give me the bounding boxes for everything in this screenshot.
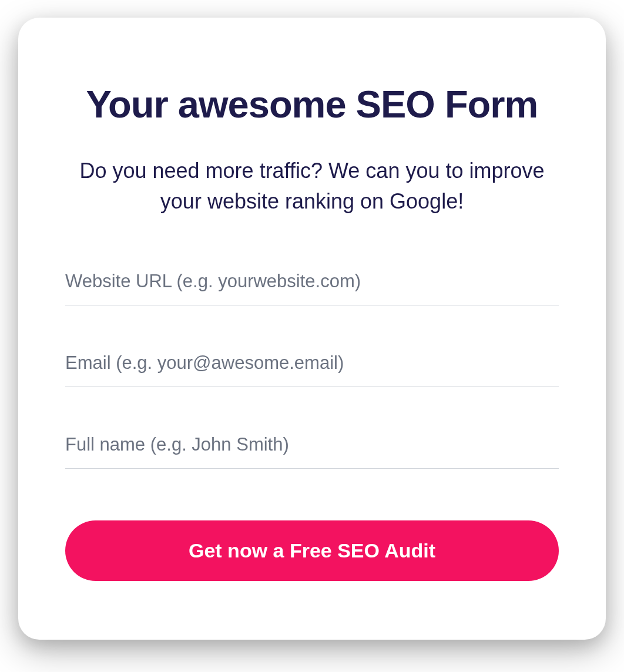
- form-subtitle: Do you need more traffic? We can you to …: [65, 156, 559, 217]
- email-input[interactable]: [65, 345, 559, 387]
- seo-form-card: Your awesome SEO Form Do you need more t…: [18, 18, 606, 640]
- website-field-wrapper: [65, 264, 559, 305]
- form-title: Your awesome SEO Form: [65, 82, 559, 126]
- fullname-input[interactable]: [65, 427, 559, 469]
- submit-button[interactable]: Get now a Free SEO Audit: [65, 520, 559, 581]
- fullname-field-wrapper: [65, 427, 559, 469]
- email-field-wrapper: [65, 345, 559, 387]
- website-url-input[interactable]: [65, 264, 559, 305]
